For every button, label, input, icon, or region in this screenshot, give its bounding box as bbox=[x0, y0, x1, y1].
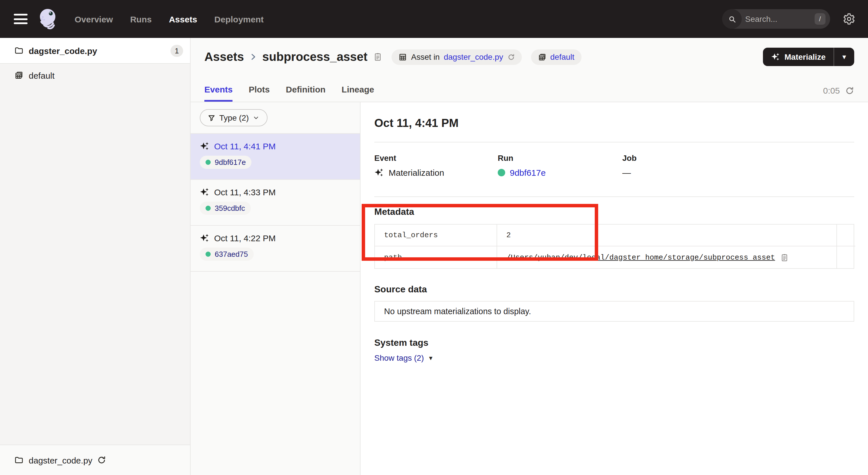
events-filter-row: Type (2) bbox=[191, 102, 360, 134]
metadata-heading: Metadata bbox=[374, 207, 854, 217]
code-location-link[interactable]: dagster_code.py bbox=[444, 52, 503, 61]
sidebar-item-group-default[interactable]: default bbox=[0, 64, 190, 87]
code-location-name: dagster_code.py bbox=[29, 46, 170, 55]
group-link[interactable]: default bbox=[550, 52, 575, 61]
run-column-label: Run bbox=[498, 153, 622, 162]
asset-definition-badge: Asset in dagster_code.py bbox=[392, 49, 522, 65]
chevron-right-icon bbox=[249, 52, 258, 61]
metadata-path-link[interactable]: /Users/yuhan/dev/local/dagster_home/stor… bbox=[506, 253, 775, 262]
primary-nav: Overview Runs Assets Deployment bbox=[74, 14, 264, 24]
folder-icon bbox=[14, 46, 24, 55]
tab-events[interactable]: Events bbox=[205, 84, 232, 102]
metadata-key: total_orders bbox=[375, 225, 497, 246]
metadata-value: 2 bbox=[497, 225, 836, 246]
metadata-table: total_orders 2 path /Users/yuhan/dev/loc… bbox=[374, 224, 854, 269]
top-nav: Overview Runs Assets Deployment / bbox=[0, 0, 868, 38]
dagster-logo-icon[interactable] bbox=[37, 6, 60, 32]
copy-path-icon[interactable] bbox=[780, 253, 789, 262]
search-shortcut-key: / bbox=[814, 13, 826, 25]
event-summary-grid: Event Materialization Run bbox=[374, 153, 854, 177]
asset-in-label: Asset in bbox=[411, 52, 440, 61]
filter-funnel-icon bbox=[208, 114, 215, 121]
materialization-sparkle-icon bbox=[200, 233, 210, 243]
run-success-dot bbox=[206, 251, 211, 257]
event-list-item[interactable]: Oct 11, 4:33 PM 359cdbfc bbox=[191, 180, 360, 226]
event-detail-panel: Oct 11, 4:41 PM Event Materialization bbox=[361, 102, 868, 475]
settings-gear-icon[interactable] bbox=[843, 12, 856, 25]
event-detail-title: Oct 11, 4:41 PM bbox=[374, 117, 854, 130]
tab-lineage[interactable]: Lineage bbox=[342, 84, 374, 102]
run-success-dot bbox=[206, 160, 211, 165]
asset-group-icon bbox=[14, 71, 24, 80]
empty-message: No upstream materializations to display. bbox=[384, 307, 531, 316]
reload-definition-icon[interactable] bbox=[507, 53, 515, 61]
code-location-sidebar: dagster_code.py 1 default dagster_code.p… bbox=[0, 38, 191, 475]
tab-definition[interactable]: Definition bbox=[286, 84, 326, 102]
materialize-split-button: Materialize ▼ bbox=[763, 48, 854, 66]
source-data-empty-state: No upstream materializations to display. bbox=[374, 301, 854, 322]
sidebar-footer: dagster_code.py bbox=[0, 445, 190, 475]
run-id-link: 359cdbfc bbox=[215, 204, 245, 212]
breadcrumb-assets-link[interactable]: Assets bbox=[205, 50, 244, 64]
events-list-panel: Type (2) Oct 11, 4:41 PM bbox=[191, 102, 361, 475]
show-tags-label: Show tags (2) bbox=[374, 353, 424, 362]
event-type-value: Materialization bbox=[389, 168, 444, 177]
nav-item-deployment[interactable]: Deployment bbox=[214, 14, 264, 24]
run-id-tag[interactable]: 637aed75 bbox=[200, 247, 254, 261]
show-tags-toggle[interactable]: Show tags (2) ▼ bbox=[374, 353, 434, 362]
group-name: default bbox=[29, 70, 55, 80]
materialize-dropdown-caret[interactable]: ▼ bbox=[834, 53, 854, 60]
job-value: — bbox=[622, 168, 631, 177]
run-success-dot bbox=[206, 206, 211, 211]
asset-page-header: Assets subprocess_asset Asset in dagster… bbox=[191, 38, 868, 102]
source-data-heading: Source data bbox=[374, 284, 854, 295]
nav-item-assets[interactable]: Assets bbox=[169, 14, 197, 24]
metadata-value: /Users/yuhan/dev/local/dagster_home/stor… bbox=[497, 246, 836, 268]
reload-code-location-icon[interactable] bbox=[97, 455, 106, 465]
job-column-label: Job bbox=[622, 153, 854, 162]
footer-code-location-name: dagster_code.py bbox=[29, 455, 92, 465]
event-list-item[interactable]: Oct 11, 4:22 PM 637aed75 bbox=[191, 226, 360, 272]
tab-plots[interactable]: Plots bbox=[249, 84, 270, 102]
asset-group-icon bbox=[538, 53, 546, 61]
run-id-link: 9dbf617e bbox=[215, 158, 246, 167]
event-timestamp-link[interactable]: Oct 11, 4:33 PM bbox=[214, 187, 276, 197]
breadcrumb: Assets subprocess_asset Asset in dagster… bbox=[205, 38, 854, 76]
run-success-dot bbox=[498, 169, 505, 176]
materialization-sparkle-icon bbox=[771, 52, 780, 61]
dagster-asset-page: Overview Runs Assets Deployment / dagste… bbox=[0, 0, 868, 475]
page-title: subprocess_asset bbox=[262, 50, 368, 64]
materialize-label: Materialize bbox=[784, 52, 826, 61]
event-list-item[interactable]: Oct 11, 4:41 PM 9dbf617e bbox=[191, 134, 360, 180]
run-id-link: 637aed75 bbox=[215, 250, 248, 259]
materialization-sparkle-icon bbox=[200, 141, 210, 151]
copy-asset-name-icon[interactable] bbox=[373, 52, 382, 61]
folder-icon bbox=[14, 455, 24, 465]
nav-item-runs[interactable]: Runs bbox=[130, 14, 152, 24]
event-timestamp-link[interactable]: Oct 11, 4:41 PM bbox=[214, 141, 276, 151]
chevron-down-icon bbox=[253, 114, 260, 121]
global-search[interactable]: / bbox=[722, 9, 830, 29]
run-id-tag[interactable]: 359cdbfc bbox=[200, 202, 251, 215]
caret-down-icon: ▼ bbox=[428, 355, 434, 361]
event-column-label: Event bbox=[374, 153, 498, 162]
hamburger-menu-icon[interactable] bbox=[14, 14, 28, 24]
event-timestamp-link[interactable]: Oct 11, 4:22 PM bbox=[214, 233, 276, 243]
search-input[interactable] bbox=[742, 14, 814, 24]
search-icon bbox=[722, 9, 742, 29]
system-tags-heading: System tags bbox=[374, 338, 854, 348]
type-filter-button[interactable]: Type (2) bbox=[200, 109, 268, 126]
job-grid-icon bbox=[398, 53, 407, 61]
asset-tabs: Events Plots Definition Lineage 0:05 bbox=[205, 76, 854, 102]
materialization-sparkle-icon bbox=[374, 168, 384, 177]
run-id-link[interactable]: 9dbf617e bbox=[510, 168, 546, 177]
nav-item-overview[interactable]: Overview bbox=[74, 14, 113, 24]
run-id-tag[interactable]: 9dbf617e bbox=[200, 156, 251, 169]
materialize-button[interactable]: Materialize bbox=[763, 52, 834, 61]
refresh-countdown: 0:05 bbox=[823, 86, 840, 95]
sidebar-item-code-location[interactable]: dagster_code.py 1 bbox=[0, 38, 190, 64]
asset-count-badge: 1 bbox=[170, 44, 183, 57]
auto-refresh-timer: 0:05 bbox=[823, 86, 854, 102]
refresh-icon[interactable] bbox=[845, 86, 854, 95]
type-filter-label: Type (2) bbox=[219, 113, 249, 122]
